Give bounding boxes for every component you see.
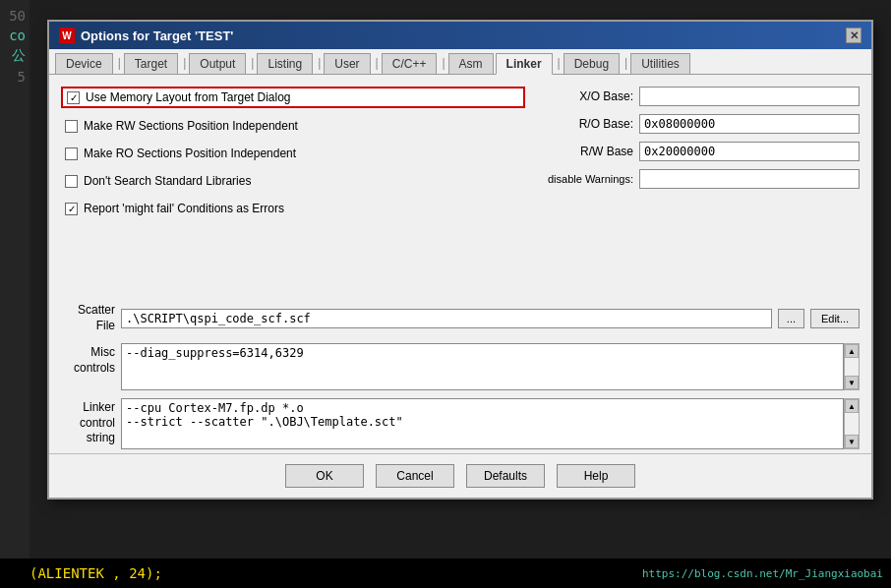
dialog-overlay: W Options for Target 'TEST' ✕ Device | T… <box>30 10 891 588</box>
misc-scrollbar[interactable]: ▲ ▼ <box>844 343 860 390</box>
make-ro-row: Make RO Sections Position Independent <box>61 144 525 163</box>
linker-textarea[interactable]: --cpu Cortex-M7.fp.dp *.o --strict --sca… <box>121 398 844 449</box>
left-spacer <box>61 226 525 285</box>
tab-target[interactable]: Target <box>124 53 178 74</box>
tab-asm[interactable]: Asm <box>448 53 494 74</box>
tab-device[interactable]: Device <box>55 53 113 74</box>
xo-base-label: X/O Base: <box>545 89 633 103</box>
linker-label: Linker control string <box>61 398 115 446</box>
dialog-title: Options for Target 'TEST' <box>81 29 233 43</box>
scatter-row: Scatter File ... Edit... <box>61 303 860 333</box>
rw-base-label: R/W Base <box>545 145 633 158</box>
disable-warnings-row: disable Warnings: <box>545 169 860 189</box>
make-rw-row: Make RW Sections Position Independent <box>61 116 525 136</box>
cancel-button[interactable]: Cancel <box>376 464 454 488</box>
misc-scroll-up[interactable]: ▲ <box>845 344 859 358</box>
misc-textarea-container: --diag_suppress=6314,6329 ▲ ▼ <box>121 343 860 390</box>
disable-warnings-input[interactable] <box>639 169 860 189</box>
make-ro-checkbox[interactable] <box>65 147 78 160</box>
title-bar-left: W Options for Target 'TEST' <box>59 28 233 43</box>
linker-textarea-container: --cpu Cortex-M7.fp.dp *.o --strict --sca… <box>121 398 860 449</box>
bottom-buttons: OK Cancel Defaults Help <box>49 453 871 498</box>
disable-warnings-label: disable Warnings: <box>545 173 633 185</box>
right-panel: X/O Base: R/O Base: R/W Base disable War… <box>545 87 860 285</box>
xo-base-row: X/O Base: <box>545 87 860 106</box>
misc-textarea[interactable]: --diag_suppress=6314,6329 <box>121 343 844 390</box>
misc-scroll-track <box>845 358 859 376</box>
report-might-fail-row: ✓ Report 'might fail' Conditions as Erro… <box>61 199 525 218</box>
dont-search-checkbox[interactable] <box>65 175 78 188</box>
defaults-button[interactable]: Defaults <box>466 464 545 488</box>
scatter-label: Scatter File <box>61 303 115 333</box>
tabs-row: Device | Target | Output | Listing | Use… <box>49 49 871 75</box>
tab-user[interactable]: User <box>324 53 370 74</box>
report-might-fail-checkbox[interactable]: ✓ <box>65 203 78 215</box>
tab-cpp[interactable]: C/C++ <box>382 53 438 74</box>
tab-linker[interactable]: Linker <box>496 53 553 75</box>
line-numbers: 50 co 公 5 <box>0 0 30 588</box>
app-icon: W <box>59 28 75 43</box>
tab-utilities[interactable]: Utilities <box>630 53 690 74</box>
make-rw-checkbox[interactable] <box>65 120 78 133</box>
linker-scrollbar[interactable]: ▲ ▼ <box>844 398 860 449</box>
scatter-browse-button[interactable]: ... <box>778 309 804 328</box>
scatter-input[interactable] <box>121 309 772 328</box>
ro-base-row: R/O Base: <box>545 114 860 134</box>
tab-debug[interactable]: Debug <box>564 53 620 74</box>
make-ro-label: Make RO Sections Position Independent <box>84 147 296 160</box>
help-button[interactable]: Help <box>557 464 635 488</box>
content-area: ✓ Use Memory Layout from Target Dialog M… <box>49 75 871 297</box>
make-rw-label: Make RW Sections Position Independent <box>84 119 298 133</box>
tab-output[interactable]: Output <box>189 53 246 74</box>
xo-base-input[interactable] <box>639 87 860 106</box>
misc-label: Misc controls <box>61 343 115 376</box>
linker-scroll-down[interactable]: ▼ <box>845 435 859 448</box>
dont-search-row: Don't Search Standard Libraries <box>61 171 525 191</box>
report-might-fail-label: Report 'might fail' Conditions as Errors <box>84 202 284 215</box>
ro-base-label: R/O Base: <box>545 117 633 131</box>
rw-base-row: R/W Base <box>545 142 860 161</box>
ok-button[interactable]: OK <box>285 464 364 488</box>
linker-scroll-up[interactable]: ▲ <box>845 399 859 413</box>
dont-search-label: Don't Search Standard Libraries <box>84 174 251 188</box>
options-dialog: W Options for Target 'TEST' ✕ Device | T… <box>47 20 873 500</box>
misc-section: Misc controls --diag_suppress=6314,6329 … <box>61 343 860 390</box>
left-panel: ✓ Use Memory Layout from Target Dialog M… <box>61 87 525 285</box>
misc-scroll-down[interactable]: ▼ <box>845 376 859 389</box>
use-memory-label: Use Memory Layout from Target Dialog <box>86 90 291 104</box>
linker-scroll-track <box>845 413 859 435</box>
linker-section: Linker control string --cpu Cortex-M7.fp… <box>61 398 860 449</box>
scatter-edit-button[interactable]: Edit... <box>810 309 860 328</box>
close-button[interactable]: ✕ <box>846 28 861 43</box>
tab-listing[interactable]: Listing <box>257 53 313 74</box>
rw-base-input[interactable] <box>639 142 860 161</box>
ro-base-input[interactable] <box>639 114 860 134</box>
use-memory-checkbox[interactable]: ✓ <box>67 91 80 104</box>
right-spacer <box>545 197 860 285</box>
title-bar: W Options for Target 'TEST' ✕ <box>49 22 871 49</box>
use-memory-layout-row: ✓ Use Memory Layout from Target Dialog <box>61 87 525 108</box>
